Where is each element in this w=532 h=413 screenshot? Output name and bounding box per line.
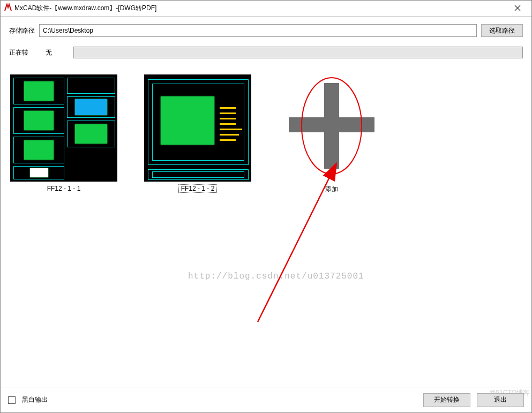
bw-output-checkbox[interactable] — [8, 396, 16, 404]
close-button[interactable] — [507, 4, 528, 13]
add-label: 添加 — [325, 185, 338, 194]
thumbnail-label: FF12 - 1 - 1 — [47, 185, 81, 192]
converting-label: 正在转 — [9, 48, 35, 57]
add-icon-box — [278, 74, 385, 182]
storage-path-label: 存储路径 — [9, 26, 35, 35]
app-icon — [4, 3, 12, 13]
start-convert-button[interactable]: 开始转换 — [423, 393, 470, 407]
footer-bar: 黑白输出 开始转换 退出 — [1, 387, 531, 412]
plus-icon — [278, 74, 385, 182]
bw-output-label: 黑白输出 — [22, 395, 48, 404]
add-thumbnail[interactable]: 添加 — [278, 74, 385, 364]
storage-path-input[interactable] — [39, 24, 477, 37]
cad-preview-2 — [144, 74, 251, 182]
path-row: 存储路径 选取路径 — [9, 24, 523, 37]
exit-button[interactable]: 退出 — [477, 393, 524, 407]
thumbnail-area: FF12 - 1 - 1 FF12 - 1 - 2 添 — [1, 65, 531, 373]
cad-preview-1 — [10, 74, 117, 182]
settings-panel: 存储路径 选取路径 正在转 无 — [1, 17, 531, 65]
thumbnail-label: FF12 - 1 - 2 — [179, 185, 217, 192]
svg-rect-1 — [324, 83, 339, 169]
converting-value: 无 — [46, 48, 52, 57]
thumbnail-item[interactable]: FF12 - 1 - 1 — [10, 74, 117, 364]
browse-button[interactable]: 选取路径 — [481, 24, 523, 37]
progress-bar — [73, 47, 523, 58]
thumbnail-item[interactable]: FF12 - 1 - 2 — [144, 74, 251, 364]
status-row: 正在转 无 — [9, 47, 523, 58]
window-title: MxCAD软件-【www.mxdraw.com】-[DWG转PDF] — [12, 4, 507, 13]
titlebar: MxCAD软件-【www.mxdraw.com】-[DWG转PDF] — [1, 1, 531, 17]
